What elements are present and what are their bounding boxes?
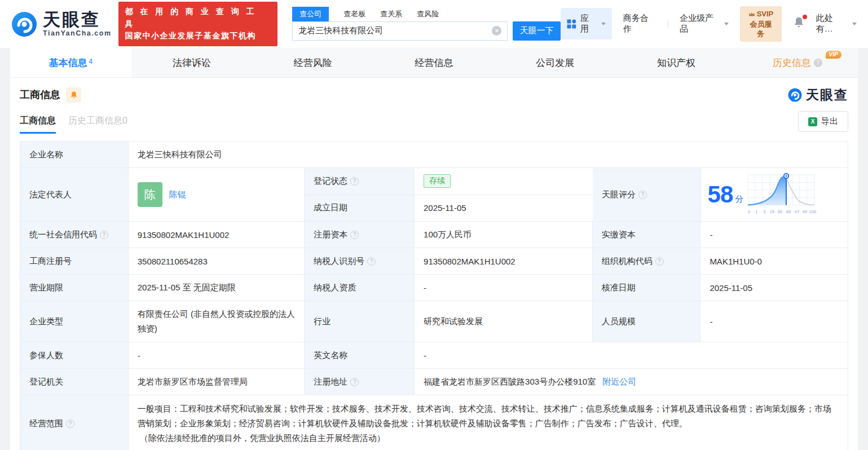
reg-capital-label-text: 注册资本 [314,230,347,240]
vip-badge: VIP [826,51,841,59]
search-tab-risk[interactable]: 查风险 [417,7,439,21]
tick-0: 0 [748,209,750,214]
slogan-badge: 都 在 用 的 商 业 查 询 工 具 国家中小企业发展子基金旗下机构 [118,2,278,46]
svip-member-button[interactable]: SVIP 会员服务 [740,6,781,42]
english-name-label: 英文名称 [305,342,415,369]
tick-50: 50 [778,209,782,214]
notifications-button[interactable] [793,16,805,31]
legal-rep-link[interactable]: 陈锟 [169,189,186,200]
subscribe-bell-button[interactable] [66,87,81,103]
org-code-label: 组织机构代码 ? [593,248,701,275]
legal-rep-cell: 陈 陈锟 [129,168,305,222]
subtab-business-info[interactable]: 工商信息 [20,115,56,134]
search-button[interactable]: 天眼一下 [513,21,561,41]
enterprise-products-label: 企业级产品 [680,13,721,34]
reg-address-label: 注册地址 ? [305,369,415,395]
company-type-label: 企业类型 [20,301,129,342]
bell-icon [70,91,78,99]
help-icon[interactable]: ? [350,378,359,386]
tick-100: 100 [809,209,817,214]
tab-intellectual-property[interactable]: 知识产权 [616,48,737,77]
help-icon[interactable]: ? [66,420,74,428]
taxpayer-id-label-text: 纳税人识别号 [314,256,364,267]
logo-title: 天眼查 [43,11,112,28]
credit-code-value: 91350802MAK1H1U002 [129,222,305,248]
nearby-companies-link[interactable]: 附近公司 [602,377,636,387]
chevron-down-icon [601,23,606,25]
tab-operation-risk[interactable]: 经营风险 [252,48,373,77]
svip-sublabel: 会员服务 [746,19,775,39]
search-tab-company[interactable]: 查公司 [292,7,329,21]
user-menu[interactable]: 此处有… [816,13,857,34]
subtab-history-business-info[interactable]: 历史工商信息0 [68,115,127,134]
credit-code-label-text: 统一社会信用代码 [29,230,97,240]
help-icon[interactable]: ? [638,191,647,199]
table-row: 参保人数 - 英文名称 - [20,342,848,369]
search-box: 查公司 查老板 查关系 查风险 ✕ 天眼一下 [292,8,561,41]
business-scope-label-text: 经营范围 [29,418,63,429]
tab-company-development[interactable]: 公司发展 [495,48,616,77]
table-row: 企业类型 有限责任公司 (非自然人投资或控股的法人独资) 行业 研究和试验发展 … [20,301,848,342]
svip-label: SVIP [757,9,774,19]
divider [668,20,668,28]
industry-label: 行业 [305,301,415,342]
header-nav: 应用 商务合作 企业级产品 SVIP 会员服务 [561,6,857,42]
reg-address-label-text: 注册地址 [314,377,347,387]
card-body: 工商信息 天眼查 工商信息 [10,78,858,450]
subtab-history-count: 0 [122,116,127,125]
score-cell[interactable]: 58 分 [701,168,848,222]
search-tab-relation[interactable]: 查关系 [380,7,402,21]
insured-count-value: - [129,342,305,369]
reg-address-text: 福建省龙岩市新罗区西陂路303号办公楼910室 [424,377,596,387]
org-code-value: MAK1H1U0-0 [700,248,848,275]
business-scope-text: 一般项目：工程和技术研究和试验发展；软件开发；技术服务、技术开发、技术咨询、技术… [138,404,831,428]
help-icon[interactable]: ? [367,257,376,266]
business-term-value: 2025-11-05 至 无固定期限 [129,275,305,301]
site-logo[interactable]: 天眼查 TianYanCha.com [11,11,112,37]
export-button[interactable]: X 导出 [798,111,848,132]
help-icon[interactable]: ? [350,231,359,239]
reg-capital-value: 100万人民币 [415,222,593,248]
section-tabbar: 基本信息4 法律诉讼 经营风险 经营信息 公司发展 知识产权 VIP 历史信息 … [10,48,858,78]
help-icon[interactable]: ? [814,59,822,67]
table-row: 企业名称 龙岩三快科技有限公司 [20,142,848,168]
search-input-wrap: ✕ [292,21,508,41]
watermark-logo: 天眼查 [788,86,848,104]
table-row: 法定代表人 陈 陈锟 登记状态 ? 存续 [20,168,848,222]
company-name-label: 企业名称 [20,142,129,168]
apps-menu[interactable]: 应用 [561,8,611,39]
tick-85: 85 [786,209,791,214]
search-input[interactable] [298,26,492,36]
legal-rep-avatar[interactable]: 陈 [138,182,162,207]
tab-basic-info-count: 4 [89,58,93,65]
table-row: 成立日期 2025-11-05 [305,195,593,222]
score-distribution-chart: 0 1 3 15 50 85 97 99 100 [746,173,818,217]
help-icon[interactable]: ? [655,257,664,266]
tianyancha-eye-icon [11,11,37,37]
clear-search-icon[interactable]: ✕ [492,26,501,36]
nav-business-coop[interactable]: 商务合作 [623,13,656,34]
score-label: 天眼评分 ? [593,168,701,222]
tab-legal-litigation[interactable]: 法律诉讼 [131,48,253,77]
score-label-text: 天眼评分 [602,189,636,200]
tab-basic-info[interactable]: 基本信息4 [10,48,131,77]
help-icon[interactable]: ? [350,177,359,186]
tab-operation-info[interactable]: 经营信息 [373,48,495,77]
legal-rep-label: 法定代表人 [20,168,129,222]
paid-capital-label: 实缴资本 [593,222,701,248]
business-term-label: 营业期限 [20,275,129,301]
user-menu-label: 此处有… [816,13,849,34]
export-label: 导出 [821,116,838,127]
logo-subtitle: TianYanCha.com [43,30,112,37]
credit-code-label: 统一社会信用代码 ? [20,222,129,248]
insured-count-label: 参保人数 [20,342,129,369]
chevron-down-icon [852,23,857,25]
search-tab-boss[interactable]: 查老板 [343,7,365,21]
help-icon[interactable]: ? [100,231,108,239]
table-row: 登记机关 龙岩市新罗区市场监督管理局 注册地址 ? 福建省龙岩市新罗区西陂路30… [20,369,848,395]
tab-history-info[interactable]: VIP 历史信息 ? [737,48,858,77]
section-title: 工商信息 [20,88,60,102]
nav-enterprise-products[interactable]: 企业级产品 [680,13,729,34]
taxpayer-quality-label: 纳税人资质 [305,275,415,301]
slogan-line2: 国家中小企业发展子基金旗下机构 [125,30,271,42]
